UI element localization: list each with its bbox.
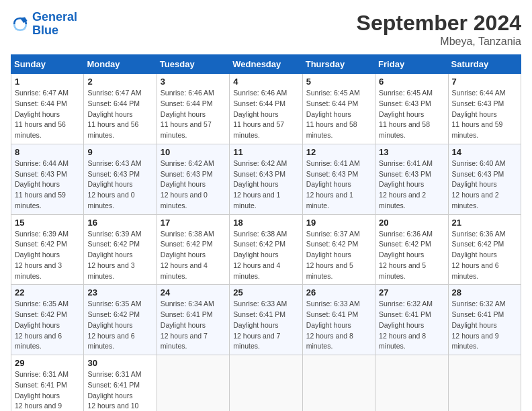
- day-number: 12: [306, 147, 371, 157]
- sunrise-label: Sunrise: 6:45 AM: [379, 89, 433, 97]
- day-info: Sunrise: 6:43 AM Sunset: 6:43 PM Dayligh…: [87, 158, 152, 212]
- page-header: General Blue September 2024 Mbeya, Tanza…: [11, 11, 521, 48]
- daylight-label: Daylight hours: [87, 180, 132, 188]
- sunset-label: Sunset: 6:44 PM: [161, 99, 213, 107]
- sunset-label: Sunset: 6:41 PM: [15, 381, 67, 389]
- daylight-label: Daylight hours: [161, 180, 206, 188]
- daylight-value: 12 hours and 0 minutes.: [87, 191, 134, 210]
- calendar-cell: 22 Sunrise: 6:35 AM Sunset: 6:42 PM Dayl…: [11, 285, 84, 355]
- daylight-value: 12 hours and 7 minutes.: [233, 332, 280, 351]
- day-number: 10: [161, 147, 226, 157]
- daylight-label: Daylight hours: [452, 110, 497, 118]
- calendar-cell: 17 Sunrise: 6:38 AM Sunset: 6:42 PM Dayl…: [157, 214, 229, 285]
- day-info: Sunrise: 6:46 AM Sunset: 6:44 PM Dayligh…: [233, 88, 298, 141]
- sunset-label: Sunset: 6:41 PM: [87, 381, 140, 389]
- daylight-label: Daylight hours: [15, 392, 60, 400]
- sunrise-label: Sunrise: 6:46 AM: [161, 89, 214, 97]
- sunset-label: Sunset: 6:43 PM: [87, 170, 140, 178]
- calendar-cell: 26 Sunrise: 6:33 AM Sunset: 6:41 PM Dayl…: [302, 285, 375, 355]
- day-info: Sunrise: 6:32 AM Sunset: 6:41 PM Dayligh…: [452, 299, 517, 352]
- daylight-label: Daylight hours: [161, 250, 206, 259]
- logo: General Blue: [11, 11, 77, 38]
- weekday-header-row: Sunday Monday Tuesday Wednesday Thursday…: [11, 55, 521, 74]
- daylight-label: Daylight hours: [161, 321, 206, 329]
- sunset-label: Sunset: 6:43 PM: [15, 170, 67, 178]
- daylight-value: 12 hours and 6 minutes.: [87, 332, 134, 351]
- day-number: 2: [87, 77, 152, 87]
- daylight-label: Daylight hours: [306, 321, 351, 329]
- calendar-cell: 29 Sunrise: 6:31 AM Sunset: 6:41 PM Dayl…: [11, 355, 84, 412]
- sunset-label: Sunset: 6:41 PM: [161, 310, 213, 318]
- daylight-value: 12 hours and 7 minutes.: [161, 332, 208, 351]
- calendar-table: Sunday Monday Tuesday Wednesday Thursday…: [11, 54, 521, 411]
- calendar-cell: 5 Sunrise: 6:45 AM Sunset: 6:44 PM Dayli…: [302, 74, 375, 144]
- calendar-cell: 7 Sunrise: 6:44 AM Sunset: 6:43 PM Dayli…: [448, 74, 521, 144]
- daylight-label: Daylight hours: [233, 321, 278, 329]
- header-sunday: Sunday: [11, 55, 84, 74]
- calendar-cell: [302, 355, 375, 412]
- daylight-value: 12 hours and 3 minutes.: [15, 261, 62, 280]
- day-number: 30: [87, 358, 152, 368]
- daylight-value: 11 hours and 57 minutes.: [233, 120, 284, 139]
- calendar-cell: 28 Sunrise: 6:32 AM Sunset: 6:41 PM Dayl…: [448, 285, 521, 355]
- daylight-label: Daylight hours: [161, 110, 206, 118]
- sunset-label: Sunset: 6:44 PM: [233, 99, 285, 107]
- daylight-label: Daylight hours: [233, 180, 278, 188]
- day-info: Sunrise: 6:32 AM Sunset: 6:41 PM Dayligh…: [379, 299, 444, 352]
- calendar-cell: 3 Sunrise: 6:46 AM Sunset: 6:44 PM Dayli…: [157, 74, 229, 144]
- sunrise-label: Sunrise: 6:41 AM: [379, 159, 433, 167]
- day-number: 13: [379, 147, 444, 157]
- calendar-cell: 30 Sunrise: 6:31 AM Sunset: 6:41 PM Dayl…: [84, 355, 157, 412]
- daylight-label: Daylight hours: [15, 321, 60, 329]
- daylight-label: Daylight hours: [306, 180, 351, 188]
- sunset-label: Sunset: 6:41 PM: [233, 310, 285, 318]
- daylight-label: Daylight hours: [233, 110, 278, 118]
- sunrise-label: Sunrise: 6:35 AM: [15, 300, 69, 308]
- daylight-label: Daylight hours: [306, 250, 351, 259]
- daylight-value: 12 hours and 2 minutes.: [379, 191, 426, 210]
- calendar-week-row: 15 Sunrise: 6:39 AM Sunset: 6:42 PM Dayl…: [11, 214, 521, 285]
- sunrise-label: Sunrise: 6:33 AM: [306, 300, 360, 308]
- daylight-value: 12 hours and 6 minutes.: [452, 261, 499, 280]
- daylight-value: 11 hours and 57 minutes.: [161, 120, 212, 139]
- day-number: 26: [306, 287, 371, 298]
- daylight-label: Daylight hours: [15, 180, 60, 188]
- daylight-value: 11 hours and 58 minutes.: [306, 120, 357, 139]
- sunset-label: Sunset: 6:41 PM: [306, 310, 359, 318]
- sunset-label: Sunset: 6:42 PM: [452, 240, 504, 248]
- sunrise-label: Sunrise: 6:47 AM: [87, 89, 141, 97]
- sunrise-label: Sunrise: 6:43 AM: [87, 159, 141, 167]
- header-monday: Monday: [84, 55, 157, 74]
- sunset-label: Sunset: 6:42 PM: [15, 240, 67, 248]
- daylight-label: Daylight hours: [452, 180, 497, 188]
- day-info: Sunrise: 6:45 AM Sunset: 6:43 PM Dayligh…: [379, 88, 444, 141]
- sunrise-label: Sunrise: 6:44 AM: [452, 89, 506, 97]
- day-number: 7: [452, 77, 517, 87]
- daylight-value: 11 hours and 59 minutes.: [452, 120, 503, 139]
- day-info: Sunrise: 6:35 AM Sunset: 6:42 PM Dayligh…: [15, 299, 80, 352]
- sunrise-label: Sunrise: 6:32 AM: [452, 300, 506, 308]
- calendar-cell: 12 Sunrise: 6:41 AM Sunset: 6:43 PM Dayl…: [302, 144, 375, 214]
- sunrise-label: Sunrise: 6:39 AM: [87, 230, 141, 238]
- sunrise-label: Sunrise: 6:44 AM: [15, 159, 69, 167]
- month-title: September 2024: [357, 11, 521, 36]
- day-info: Sunrise: 6:45 AM Sunset: 6:44 PM Dayligh…: [306, 88, 371, 141]
- logo-blue: Blue: [32, 24, 77, 38]
- daylight-label: Daylight hours: [87, 321, 132, 329]
- location-title: Mbeya, Tanzania: [357, 36, 521, 48]
- day-info: Sunrise: 6:42 AM Sunset: 6:43 PM Dayligh…: [161, 158, 226, 212]
- day-info: Sunrise: 6:38 AM Sunset: 6:42 PM Dayligh…: [161, 229, 226, 282]
- day-info: Sunrise: 6:34 AM Sunset: 6:41 PM Dayligh…: [161, 299, 226, 352]
- day-number: 1: [15, 77, 80, 87]
- sunrise-label: Sunrise: 6:38 AM: [161, 230, 214, 238]
- calendar-cell: 14 Sunrise: 6:40 AM Sunset: 6:43 PM Dayl…: [448, 144, 521, 214]
- sunrise-label: Sunrise: 6:47 AM: [15, 89, 69, 97]
- day-info: Sunrise: 6:40 AM Sunset: 6:43 PM Dayligh…: [452, 158, 517, 212]
- sunrise-label: Sunrise: 6:33 AM: [233, 300, 287, 308]
- header-friday: Friday: [375, 55, 448, 74]
- day-number: 5: [306, 77, 371, 87]
- day-number: 27: [379, 287, 444, 298]
- calendar-cell: 27 Sunrise: 6:32 AM Sunset: 6:41 PM Dayl…: [375, 285, 448, 355]
- day-number: 24: [161, 287, 226, 298]
- sunrise-label: Sunrise: 6:31 AM: [15, 370, 69, 378]
